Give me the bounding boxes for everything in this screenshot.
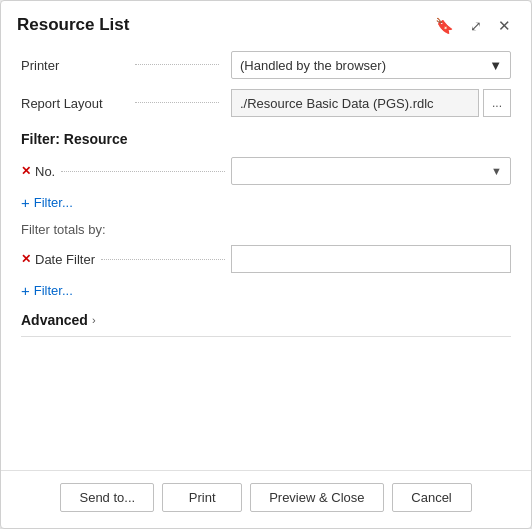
resource-list-dialog: Resource List 🔖 ⤢ ✕ Printer (Handled by …: [0, 0, 532, 529]
print-button[interactable]: Print: [162, 483, 242, 512]
add-totals-filter-label: Filter...: [34, 283, 73, 298]
printer-label: Printer: [21, 58, 131, 73]
preview-close-button[interactable]: Preview & Close: [250, 483, 383, 512]
no-filter-label-area: ✕ No.: [21, 164, 231, 179]
report-layout-label: Report Layout: [21, 96, 131, 111]
date-filter-remove[interactable]: ✕: [21, 252, 31, 266]
date-filter-input[interactable]: [231, 245, 511, 273]
printer-control: (Handled by the browser) ▼: [231, 51, 511, 79]
date-filter-label: Date Filter: [35, 252, 95, 267]
add-totals-filter-button[interactable]: + Filter...: [21, 281, 73, 300]
no-filter-dotted-line: [61, 171, 225, 172]
no-filter-arrow: ▼: [491, 165, 502, 177]
close-button[interactable]: ✕: [494, 16, 515, 35]
filter-totals-label: Filter totals by:: [21, 222, 511, 237]
printer-select[interactable]: (Handled by the browser) ▼: [231, 51, 511, 79]
date-filter-row: ✕ Date Filter: [21, 245, 511, 273]
advanced-label: Advanced: [21, 312, 88, 328]
date-filter-label-area: ✕ Date Filter: [21, 252, 231, 267]
close-icon: ✕: [498, 17, 511, 34]
advanced-row[interactable]: Advanced ›: [21, 312, 511, 328]
bookmark-icon: 🔖: [435, 17, 454, 34]
add-filter-label: Filter...: [34, 195, 73, 210]
add-filter-plus-icon: +: [21, 195, 30, 210]
report-layout-control: ...: [231, 89, 511, 117]
cancel-button[interactable]: Cancel: [392, 483, 472, 512]
add-filter-button[interactable]: + Filter...: [21, 193, 73, 212]
dialog-header: Resource List 🔖 ⤢ ✕: [1, 1, 531, 45]
report-layout-dotted-line: [135, 102, 219, 103]
dialog-footer: Send to... Print Preview & Close Cancel: [1, 470, 531, 528]
send-to-button[interactable]: Send to...: [60, 483, 154, 512]
dialog-title: Resource List: [17, 15, 129, 35]
filter-resource-section: ✕ No. ▼ + Filter...: [21, 157, 511, 212]
printer-row: Printer (Handled by the browser) ▼: [21, 51, 511, 79]
printer-value: (Handled by the browser): [240, 58, 386, 73]
no-filter-remove[interactable]: ✕: [21, 164, 31, 178]
no-filter-label: No.: [35, 164, 55, 179]
expand-button[interactable]: ⤢: [466, 16, 486, 35]
advanced-divider: [21, 336, 511, 337]
header-icons: 🔖 ⤢ ✕: [431, 16, 515, 35]
dialog-body: Printer (Handled by the browser) ▼ Repor…: [1, 45, 531, 470]
expand-icon: ⤢: [470, 18, 482, 34]
report-layout-input[interactable]: [231, 89, 479, 117]
advanced-chevron-icon: ›: [92, 314, 96, 326]
bookmark-button[interactable]: 🔖: [431, 16, 458, 35]
report-layout-ellipsis-button[interactable]: ...: [483, 89, 511, 117]
filter-totals-section: ✕ Date Filter + Filter...: [21, 245, 511, 300]
report-layout-row: Report Layout ...: [21, 89, 511, 117]
no-filter-dropdown[interactable]: ▼: [231, 157, 511, 185]
printer-dotted-line: [135, 64, 219, 65]
no-filter-row: ✕ No. ▼: [21, 157, 511, 185]
add-totals-filter-plus-icon: +: [21, 283, 30, 298]
filter-section-title: Filter: Resource: [21, 131, 511, 147]
printer-dropdown-arrow: ▼: [489, 58, 502, 73]
date-filter-dotted-line: [101, 259, 225, 260]
